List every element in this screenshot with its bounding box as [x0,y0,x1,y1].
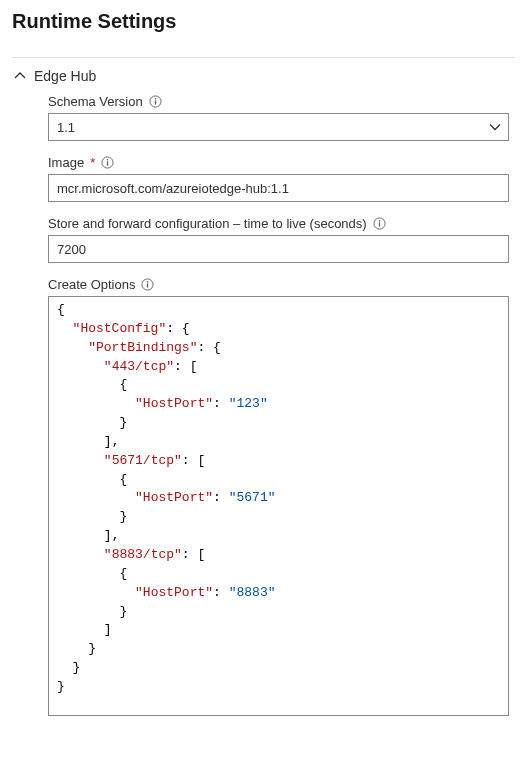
ttl-input[interactable] [48,235,509,263]
image-input[interactable] [48,174,509,202]
create-options-label: Create Options [48,277,135,292]
svg-point-1 [154,98,156,100]
svg-rect-8 [379,222,380,226]
page-title: Runtime Settings [12,10,515,33]
svg-rect-5 [107,161,108,165]
info-icon[interactable] [149,95,162,108]
svg-rect-11 [147,283,148,287]
ttl-label: Store and forward configuration – time t… [48,216,367,231]
create-options-editor[interactable]: { "HostConfig": { "PortBindings": { "443… [48,296,509,716]
schema-version-select[interactable] [48,113,509,141]
section-title: Edge Hub [34,68,96,84]
info-icon[interactable] [373,217,386,230]
required-asterisk: * [90,155,95,170]
divider [12,57,515,58]
svg-point-7 [378,220,380,222]
image-label: Image [48,155,84,170]
svg-point-10 [147,281,149,283]
section-toggle-edge-hub[interactable]: Edge Hub [12,64,515,94]
svg-point-4 [107,159,109,161]
info-icon[interactable] [101,156,114,169]
info-icon[interactable] [141,278,154,291]
svg-rect-2 [155,100,156,104]
chevron-up-icon [14,70,26,82]
schema-version-label: Schema Version [48,94,143,109]
